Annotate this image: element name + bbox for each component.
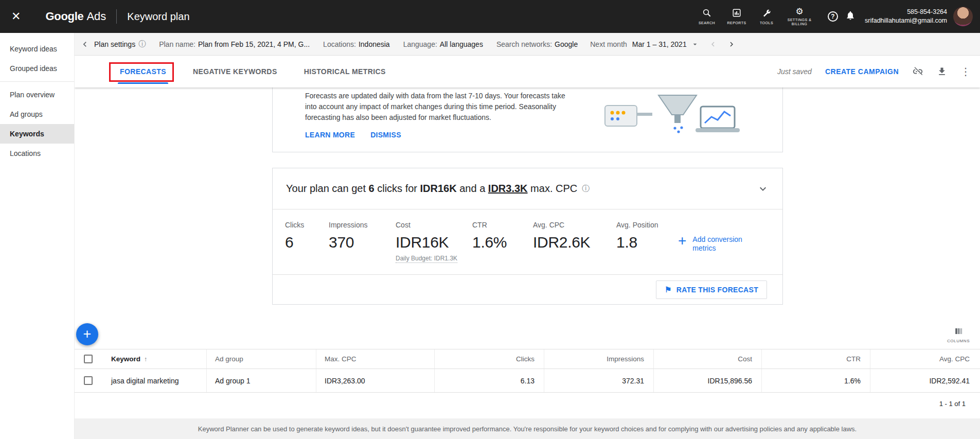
- headline-max-cpc: IDR3.3K: [488, 183, 528, 194]
- tab-forecasts[interactable]: FORECASTS: [106, 56, 180, 87]
- topbar-divider: [116, 9, 117, 24]
- cell-cost: IDR15,896.56: [653, 369, 761, 392]
- column-header-keyword[interactable]: Keyword↑: [103, 349, 206, 368]
- main-content: Forecasts are updated daily with data fr…: [75, 87, 980, 439]
- metric-label: Avg. CPC: [533, 221, 616, 229]
- settings-billing-button[interactable]: ⚙ SETTINGS & BILLING: [782, 7, 816, 26]
- metric-impressions: Impressions 370: [329, 221, 396, 274]
- sidebar: Keyword ideas Grouped ideas Plan overvie…: [0, 33, 75, 439]
- forecast-period-dropdown[interactable]: Next month Mar 1 – 31, 2021: [590, 40, 699, 48]
- column-header-ctr[interactable]: CTR: [761, 349, 870, 368]
- notice-body-text: Forecasts are updated daily with data fr…: [273, 87, 568, 123]
- sidebar-item-keywords[interactable]: Keywords: [0, 124, 74, 144]
- tab-historical-metrics[interactable]: HISTORICAL METRICS: [291, 56, 399, 87]
- period-prev-icon[interactable]: [708, 40, 718, 49]
- keywords-table: Keyword↑ Ad group Max. CPC Clicks Impres…: [75, 349, 980, 393]
- account-phone: 585-854-3264: [865, 8, 947, 16]
- plan-name-label: Plan name:: [159, 40, 195, 48]
- plan-settings-bar: Plan settings ⓘ Plan name:Plan from Feb …: [75, 33, 980, 56]
- wrench-icon: [762, 8, 771, 20]
- column-header-clicks[interactable]: Clicks: [434, 349, 544, 368]
- cell-ctr: 1.6%: [761, 369, 870, 392]
- page-title: Keyword plan: [127, 11, 189, 23]
- sidebar-item-plan-overview[interactable]: Plan overview: [0, 85, 74, 104]
- forecast-metrics: Clicks 6 Impressions 370 Cost IDR16K Dai…: [273, 209, 782, 274]
- overflow-menu-icon[interactable]: ⋮: [960, 66, 971, 77]
- gear-icon: ⚙: [795, 7, 803, 16]
- period-next-icon[interactable]: [727, 40, 736, 49]
- sidebar-item-grouped-ideas[interactable]: Grouped ideas: [0, 59, 74, 78]
- info-icon: ⓘ: [582, 184, 590, 194]
- add-conversion-metrics-button[interactable]: + Add conversion metrics: [678, 221, 753, 274]
- search-button[interactable]: SEARCH: [693, 8, 721, 25]
- metric-avg-cpc: Avg. CPC IDR2.6K: [533, 221, 616, 274]
- plus-icon: +: [83, 326, 92, 342]
- column-header-impressions[interactable]: Impressions: [544, 349, 653, 368]
- headline-text-4: max. CPC: [528, 183, 578, 194]
- sidebar-divider: [0, 81, 74, 82]
- metric-clicks: Clicks 6: [285, 221, 329, 274]
- add-keyword-fab[interactable]: +: [76, 323, 98, 345]
- sidebar-item-keyword-ideas[interactable]: Keyword ideas: [0, 39, 74, 59]
- headline-text-2: clicks for: [375, 183, 420, 194]
- column-header-avg-cpc[interactable]: Avg. CPC: [870, 349, 980, 368]
- close-icon[interactable]: ✕: [11, 10, 21, 23]
- search-icon: [702, 8, 711, 20]
- locations-label: Locations:: [323, 40, 356, 48]
- columns-button[interactable]: COLUMNS: [942, 326, 975, 343]
- column-header-max-cpc[interactable]: Max. CPC: [316, 349, 434, 368]
- avatar[interactable]: [953, 7, 973, 26]
- dismiss-link[interactable]: DISMISS: [370, 131, 401, 139]
- metric-label: Clicks: [285, 221, 329, 229]
- cell-ad-group: Ad group 1: [206, 369, 316, 392]
- forecast-illustration: [598, 88, 744, 144]
- column-label: Cost: [738, 355, 752, 363]
- cell-impressions: 372.31: [544, 369, 653, 392]
- column-label: Clicks: [516, 355, 534, 363]
- locations-field[interactable]: Locations:Indonesia: [323, 40, 390, 48]
- tools-label: TOOLS: [760, 21, 773, 25]
- notifications-bell-icon[interactable]: [845, 10, 856, 23]
- daily-budget-note[interactable]: Daily Budget: IDR1.3K: [396, 255, 472, 262]
- headline-text-3: and a: [457, 183, 488, 194]
- create-campaign-button[interactable]: CREATE CAMPAIGN: [825, 67, 899, 76]
- flag-icon: ⚑: [665, 286, 672, 293]
- collapse-chevron-icon[interactable]: [757, 183, 769, 195]
- metric-value: 1.8: [616, 234, 674, 251]
- tools-button[interactable]: TOOLS: [753, 8, 780, 25]
- sidebar-item-ad-groups[interactable]: Ad groups: [0, 104, 74, 124]
- add-conversion-label: Add conversion metrics: [692, 234, 753, 274]
- metric-cost: Cost IDR16K Daily Budget: IDR1.3K: [396, 221, 472, 274]
- language-field[interactable]: Language:All languages: [403, 40, 483, 48]
- plan-settings-title[interactable]: Plan settings: [94, 40, 135, 48]
- cell-avg-cpc: IDR2,592.41: [870, 369, 980, 392]
- column-header-ad-group[interactable]: Ad group: [206, 349, 316, 368]
- select-all-checkbox[interactable]: [84, 355, 93, 363]
- column-label: Impressions: [607, 355, 644, 363]
- plan-name-field[interactable]: Plan name:Plan from Feb 15, 2021, 4 PM, …: [159, 40, 310, 48]
- download-icon[interactable]: [937, 66, 947, 77]
- settings-billing-label: SETTINGS & BILLING: [782, 18, 816, 26]
- help-icon[interactable]: ?: [828, 11, 838, 22]
- pagination-status: 1 - 1 of 1: [939, 400, 966, 408]
- learn-more-link[interactable]: LEARN MORE: [305, 131, 355, 139]
- metric-label: Avg. Position: [616, 221, 674, 229]
- row-checkbox[interactable]: [84, 376, 93, 385]
- rate-forecast-button[interactable]: ⚑ RATE THIS FORECAST: [656, 280, 767, 299]
- reports-button[interactable]: REPORTS: [723, 8, 751, 25]
- column-header-cost[interactable]: Cost: [653, 349, 761, 368]
- tab-negative-keywords[interactable]: NEGATIVE KEYWORDS: [180, 56, 291, 87]
- forecast-notice-card: Forecasts are updated daily with data fr…: [272, 87, 783, 152]
- google-ads-logo[interactable]: Google Ads: [45, 10, 106, 23]
- row-checkbox-cell: [75, 369, 103, 392]
- table-row[interactable]: jasa digital marketing Ad group 1 IDR3,2…: [75, 369, 980, 393]
- search-networks-field[interactable]: Search networks:Google: [496, 40, 578, 48]
- metric-value: 370: [329, 234, 396, 251]
- search-label: SEARCH: [699, 21, 715, 25]
- headline-clicks: 6: [369, 183, 375, 194]
- back-arrow-icon[interactable]: [80, 39, 90, 49]
- column-label: Avg. CPC: [939, 355, 970, 363]
- link-icon[interactable]: [912, 66, 923, 77]
- sidebar-item-locations[interactable]: Locations: [0, 144, 74, 163]
- topbar-right: SEARCH REPORTS TOOLS ⚙ SETTINGS & BILLIN…: [691, 7, 973, 26]
